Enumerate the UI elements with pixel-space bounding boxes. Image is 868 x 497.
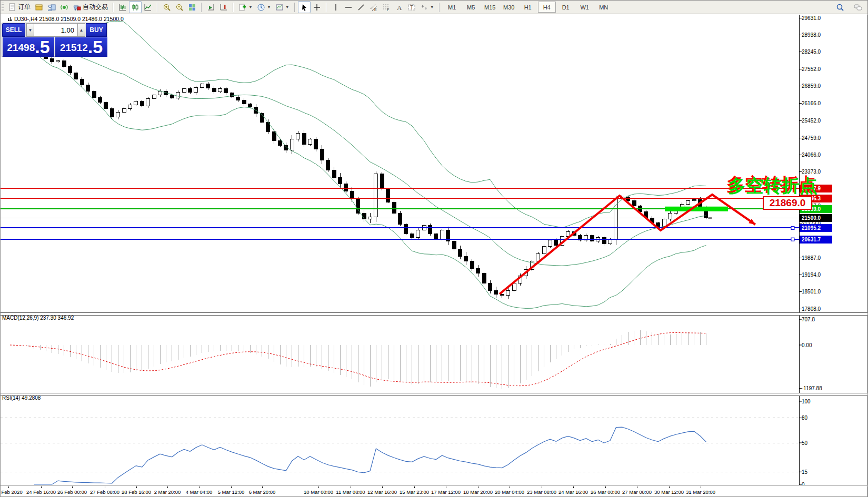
one-click-trade-panel: SELL ▼ 1.00 ▲ BUY 21498.5 21512.5 (2, 23, 107, 57)
bear-candle (50, 58, 54, 62)
bull-candle (194, 87, 198, 92)
time-label: 18 Mar 20:00 (463, 489, 493, 495)
bear-candle (74, 73, 78, 79)
bear-candle (602, 238, 606, 244)
bear-candle (332, 170, 336, 177)
time-label: 26 Feb 00:00 (57, 489, 87, 495)
bear-candle (494, 291, 498, 295)
time-label: 17 Mar 12:00 (431, 489, 461, 495)
bull-candle (152, 95, 156, 99)
bull-candle (692, 199, 696, 200)
time-label: 24 Mar 16:00 (558, 489, 588, 495)
time-label: 30 Mar 12:00 (654, 489, 684, 495)
volume-increase-button[interactable]: ▲ (77, 23, 85, 37)
time-axis[interactable]: 21 Feb 202024 Feb 16:0026 Feb 00:0027 Fe… (1, 489, 868, 497)
bear-candle (386, 188, 390, 202)
bull-candle (536, 253, 540, 261)
bear-candle (320, 149, 324, 160)
rsi-indicator-label: RSI(14) 49.2808 (2, 395, 41, 401)
volume-decrease-button[interactable]: ▼ (26, 23, 34, 37)
bear-candle (236, 97, 240, 100)
turning-point-annotation[interactable]: 多空转折点 (728, 174, 817, 198)
bear-candle (272, 132, 276, 140)
time-label: 23 Mar 08:00 (527, 489, 556, 495)
price-tick-label: 29631.0 (802, 15, 839, 21)
sell-button[interactable]: SELL (2, 23, 25, 37)
buy-price-main: 21512 (60, 40, 88, 56)
price-tick-label: 26166.0 (802, 100, 839, 106)
bull-candle (146, 99, 150, 106)
bull-candle (176, 93, 180, 98)
bear-candle (314, 139, 318, 149)
time-label: 5 Mar 12:00 (218, 489, 245, 495)
price-tick-label: 26859.0 (802, 83, 839, 89)
sell-price-main: 21498 (7, 40, 35, 56)
bear-candle (86, 85, 90, 92)
bear-candle (350, 191, 354, 198)
time-label: 20 Mar 04:00 (495, 489, 524, 495)
bear-candle (554, 240, 558, 245)
price-tick-label: 18501.0 (802, 289, 839, 295)
trading-platform-window: 订单自动交易▼▼▼EFAT▼M1M5M15M30H1H4D1W1MN DJ30-… (0, 0, 868, 497)
sell-price[interactable]: 21498.5 (3, 37, 54, 57)
bear-candle (458, 249, 462, 256)
bull-candle (182, 89, 186, 93)
sell-price-pips: .5 (35, 38, 49, 56)
bear-candle (404, 224, 408, 234)
price-tag-21095.2: 21095.2 (800, 224, 832, 232)
bull-candle (218, 89, 222, 92)
price-tag-21500.0: 21500.0 (800, 214, 832, 222)
bear-candle (398, 213, 402, 224)
bollinger-middle-band (16, 36, 706, 266)
macd-pane (10, 330, 706, 389)
time-label: 27 Mar 08:00 (622, 489, 652, 495)
symbol-ohlc-header: DJ30-,H4 21508.0 21509.0 21486.0 21500.0 (8, 16, 124, 22)
bull-candle (296, 133, 300, 139)
price-tick-label: 24759.0 (802, 135, 839, 141)
volume-input[interactable]: 1.00 (34, 23, 77, 37)
bull-candle (542, 246, 546, 253)
bull-candle (374, 174, 378, 217)
bull-candle (128, 105, 132, 108)
buy-price-pips: .5 (88, 38, 103, 56)
rsi-pane (1, 418, 799, 484)
buy-button[interactable]: BUY (86, 23, 107, 37)
bear-candle (482, 273, 486, 283)
bull-candle (669, 213, 672, 219)
price-callout-label[interactable]: 21869.0 (763, 196, 812, 210)
price-tick-label: 19194.0 (802, 272, 839, 278)
bull-candle (506, 291, 510, 296)
pane-divider-macd[interactable] (1, 312, 868, 316)
bear-candle (470, 261, 474, 268)
rsi-tick-label: 50 (802, 440, 839, 446)
price-tick-label: 27552.0 (802, 66, 839, 72)
bear-candle (302, 133, 306, 144)
pane-divider-rsi[interactable] (1, 393, 868, 396)
rsi-line (34, 427, 706, 484)
bull-candle (662, 219, 666, 227)
bear-candle (248, 104, 252, 107)
bear-candle (464, 256, 468, 261)
bull-candle (200, 84, 204, 87)
bull-candle (56, 60, 60, 62)
highlight-segment[interactable] (665, 207, 728, 211)
macd-indicator-label: MACD(12,26,9) 237.30 346.92 (2, 315, 74, 321)
bear-candle (212, 88, 216, 92)
bull-candle (290, 139, 294, 150)
buy-price[interactable]: 21512.5 (55, 37, 107, 57)
bear-candle (242, 100, 246, 104)
line-handle[interactable] (791, 226, 794, 229)
rsi-tick-label: 80 (802, 415, 839, 421)
bull-candle (416, 230, 420, 238)
line-handle[interactable] (791, 238, 794, 241)
price-tick-label: 19887.0 (802, 255, 839, 261)
bear-candle (338, 177, 342, 184)
price-tick-label: 24066.0 (802, 152, 839, 158)
bear-candle (62, 60, 66, 67)
time-label: 31 Mar 20:00 (686, 489, 715, 495)
bear-candle (80, 79, 84, 85)
bear-candle (410, 234, 414, 238)
chart-canvas[interactable] (1, 1, 868, 497)
time-label: 2 Mar 20:00 (154, 489, 181, 495)
time-label: 6 Mar 20:00 (249, 489, 276, 495)
